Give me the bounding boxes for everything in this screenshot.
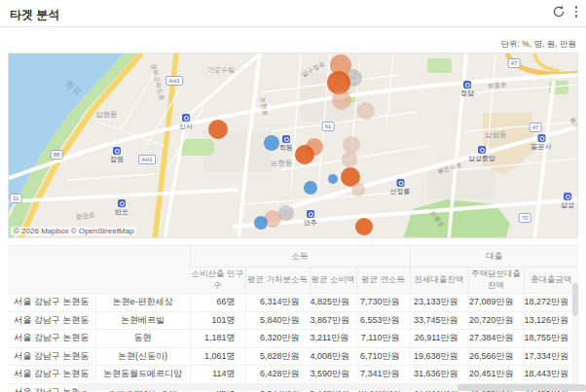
subway-station: 언주	[304, 210, 317, 228]
map-bubble[interactable]	[332, 90, 351, 110]
subway-station: 선정릉	[390, 179, 411, 196]
subway-station: 반포	[115, 199, 128, 217]
map-bubble[interactable]	[342, 152, 357, 167]
cell-value: 3,867만원	[310, 311, 356, 330]
vertical-scrollbar-thumb[interactable]	[572, 283, 578, 316]
kebab-menu-icon[interactable]	[571, 4, 581, 19]
cell-value: 33,745만원	[410, 311, 468, 330]
map-bubble[interactable]	[304, 181, 317, 195]
cell-value: 27,384만원	[468, 330, 524, 348]
map-label: 봉은사로	[436, 161, 462, 177]
table-column-header: 평균 가처분소득	[245, 267, 310, 294]
cell-value: 26,566만원	[468, 347, 524, 366]
map-label: 논현로	[258, 96, 270, 117]
table-row[interactable]: 서울 강남구 논현동논현베르빌101명5,840만원3,867만원6,553만원…	[8, 311, 578, 330]
subway-station-icon	[182, 114, 190, 122]
cell-region: 서울 강남구 논현동	[8, 330, 95, 348]
table-row[interactable]: 서울 강남구 논현동논현e-편한세상66명6,314만원4,825만원7,730…	[8, 294, 578, 312]
subway-station-label: 잠원	[110, 155, 124, 164]
horizontal-scrollbar[interactable]	[78, 384, 586, 391]
cell-value: 1,181명	[190, 330, 245, 348]
map-label: 경부고속도로	[148, 62, 165, 101]
cell-value: 6,710만원	[356, 347, 410, 366]
refresh-icon[interactable]	[552, 5, 566, 18]
cell-region: 서울 강남구 논현동	[8, 366, 95, 384]
map-bubble[interactable]	[254, 216, 268, 230]
cell-apartment-name: 동현	[95, 330, 190, 348]
map-bubble[interactable]	[264, 135, 279, 151]
cell-value: 4,008만원	[310, 347, 356, 366]
subway-station-label: 청담	[460, 89, 474, 98]
subway-station: 봉은사	[531, 134, 552, 152]
road-shield: 47	[508, 58, 521, 68]
map-label: 논현동	[271, 159, 293, 168]
table-column-header: 소비산출 인구수	[190, 267, 245, 294]
map-label: 학동로	[488, 81, 507, 91]
road-shield: 47	[530, 123, 542, 132]
table-row[interactable]: 서울 강남구 논현동논현동월드메르디앙114명6,428만원3,590만원7,3…	[8, 366, 578, 384]
subway-station-icon	[282, 135, 290, 143]
map-bubble[interactable]	[355, 218, 373, 235]
table-column-header: 평균 소비액	[310, 267, 356, 294]
subway-station-icon	[118, 199, 126, 207]
subway-station: 학동	[279, 135, 293, 153]
subway-station-icon	[396, 179, 404, 187]
page-title: 타겟 분석	[10, 7, 59, 23]
subway-station: 청담	[460, 81, 474, 98]
subway-station-label: 학동	[279, 143, 293, 153]
cell-value: 20,720만원	[468, 311, 524, 330]
map-label: 잠원로	[75, 211, 95, 223]
cell-value: 7,730만원	[356, 294, 410, 312]
cell-value: 6,320만원	[245, 330, 310, 348]
map-bubble[interactable]	[357, 102, 375, 120]
cell-value: 17,334만원	[524, 347, 578, 366]
cell-value: 26,911만원	[410, 330, 468, 348]
cell-value: 66명	[190, 294, 245, 312]
table-column-header: 주택담보대출잔액	[468, 267, 524, 294]
map-label: 선릉로	[427, 209, 446, 230]
subway-station-label: 삼성	[561, 200, 574, 210]
subway-station-label: 선정릉	[390, 187, 411, 196]
cell-apartment-name: 논현e-편한세상	[95, 294, 190, 312]
subway-station-icon	[537, 134, 545, 142]
cell-value: 13,126만원	[524, 311, 578, 330]
cell-apartment-name: 논현동월드메르디앙	[95, 366, 190, 384]
table-row[interactable]: 서울 강남구 논현동동현1,181명6,320만원3,211만원7,110만원2…	[8, 330, 578, 348]
cell-value: 27,089만원	[468, 294, 524, 312]
subway-station-label: 삼성중앙	[468, 154, 495, 163]
cell-value: 6,428만원	[245, 366, 310, 384]
road-shield: 70	[519, 213, 531, 223]
map-bubble[interactable]	[351, 183, 365, 196]
cell-region: 서울 강남구 논현동	[8, 294, 95, 312]
cell-value: 3,590만원	[310, 366, 356, 384]
table-body: 서울 강남구 논현동논현e-편한세상66명6,314만원4,825만원7,730…	[8, 294, 578, 392]
cell-value: 1,061명	[190, 347, 245, 366]
cell-value: 114명	[190, 366, 245, 384]
table-group-header: 소득	[190, 246, 410, 267]
subway-station-icon	[307, 210, 314, 218]
cell-value: 18,443만원	[524, 366, 578, 384]
map-canvas[interactable]: 한강잠원동가로수길압구정로경부고속도로논현로논현동학동로삼성동봉은사로봉은사로선…	[8, 53, 578, 238]
road-shield: 88	[51, 150, 63, 160]
cell-value: 7,341만원	[356, 366, 410, 384]
cell-value: 6,553만원	[356, 311, 410, 330]
table-row[interactable]: 서울 강남구 논현동논현(신동아)1,061명5,828만원4,008만원6,7…	[8, 347, 578, 366]
cell-value: 18,755만원	[524, 330, 578, 348]
map-bubble[interactable]	[295, 145, 314, 164]
subway-station-label: 신사	[179, 122, 193, 131]
subway-station-label: 언주	[304, 218, 317, 228]
road-shield: AH1	[138, 155, 156, 164]
cell-value: 20,451만원	[468, 366, 524, 384]
horizontal-scrollbar-thumb[interactable]	[458, 384, 586, 391]
map-label: 압구정로	[300, 59, 326, 79]
table-group-header: 대출	[410, 246, 578, 267]
map-bubble[interactable]	[328, 174, 338, 184]
map-overlay: 한강잠원동가로수길압구정로경부고속도로논현로논현동학동로삼성동봉은사로봉은사로선…	[9, 53, 577, 237]
cell-value: 7,110만원	[356, 330, 410, 348]
map-label: 봉은사로	[568, 116, 578, 140]
cell-value: 101명	[190, 311, 245, 330]
target-analysis-table: 소득대출소비산출 인구수평균 가처분소득평균 소비액평균 연소득전세대출잔액주택…	[8, 245, 578, 392]
map-bubble[interactable]	[208, 120, 228, 139]
units-label: 단위: %, 명, 원, 만원	[501, 39, 576, 51]
vertical-scrollbar[interactable]	[571, 282, 579, 383]
